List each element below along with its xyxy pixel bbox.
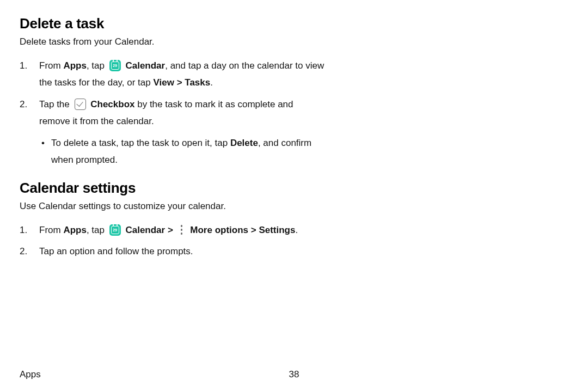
steps-delete-task: 1. From Apps, tap Calendar, and tap a da… [20,57,324,169]
apps-label: Apps [63,225,87,235]
view-label: View [153,77,174,88]
breadcrumb-sep: > [248,225,259,235]
text: . [210,77,213,88]
tasks-label: Tasks [185,77,210,88]
settings-label: Settings [259,225,295,235]
step-1: 1. From Apps, tap Calendar, and tap a da… [20,57,324,91]
text: From [39,60,63,71]
footer-page-number: 38 [289,369,299,380]
calendar-icon [109,60,121,71]
footer-category: Apps [20,369,41,380]
step-2: 2. Tap an option and follow the prompts. [20,243,324,260]
heading-calendar-settings: Calendar settings [20,180,568,197]
text: Tap the [39,99,72,109]
text: . [295,225,298,235]
breadcrumb-sep: > [165,225,175,235]
section-calendar-settings: Calendar settings Use Calendar settings … [20,180,568,260]
calendar-icon [109,224,121,236]
text: , tap [87,60,107,71]
calendar-label: Calendar [125,60,165,71]
step-number: 1. [20,222,27,238]
intro-delete-task: Delete tasks from your Calendar. [20,36,568,47]
text: Tap an option and follow the prompts. [39,246,193,256]
more-options-label: More options [190,225,248,235]
calendar-label: Calendar [125,225,165,235]
intro-calendar-settings: Use Calendar settings to customize your … [20,201,568,212]
text: To delete a task, tap the task to open i… [51,138,230,148]
breadcrumb-sep: > [174,77,185,88]
steps-calendar-settings: 1. From Apps, tap Calendar > More option… [20,222,324,260]
bullet-item: To delete a task, tap the task to open i… [39,134,324,169]
page-footer: Apps 38 [20,369,568,380]
sub-bullets: To delete a task, tap the task to open i… [39,134,324,169]
page: Delete a task Delete tasks from your Cal… [0,0,588,392]
checkbox-label: Checkbox [90,99,134,109]
more-options-icon [178,224,186,235]
step-number: 1. [20,57,27,74]
heading-delete-task: Delete a task [20,15,568,32]
text: , tap [87,225,107,235]
step-2: 2. Tap the Checkbox by the task to mark … [20,96,324,169]
step-number: 2. [20,243,27,260]
step-number: 2. [20,96,27,113]
checkbox-icon [75,99,86,110]
text: From [39,225,63,235]
apps-label: Apps [63,60,87,71]
step-1: 1. From Apps, tap Calendar > More option… [20,222,324,238]
delete-label: Delete [230,138,258,148]
